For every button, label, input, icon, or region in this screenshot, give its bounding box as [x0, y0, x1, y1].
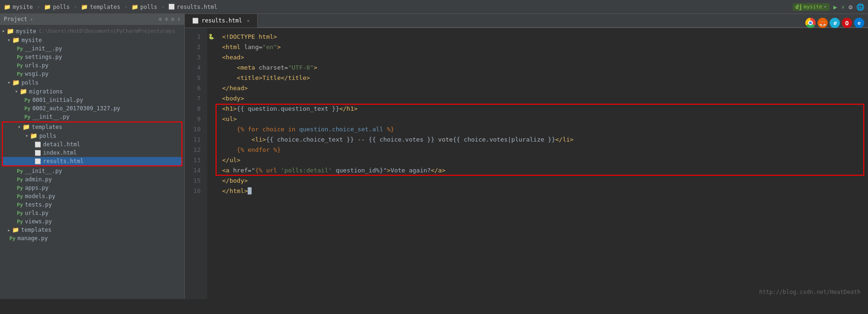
tree-item-index-html[interactable]: ⬜ index.html — [3, 149, 181, 157]
tree-item-apps[interactable]: Py apps.py — [0, 184, 184, 192]
breadcrumb-templates[interactable]: 📁 templates — [81, 4, 120, 10]
py-file-icon: Py — [17, 168, 23, 174]
attribution-text: http://blog.csdn.net/HeatDeath — [759, 289, 861, 295]
editor-code-area[interactable]: 1 2 3 4 5 6 7 8 9 10 11 12 13 14 15 16 — [185, 28, 868, 299]
tree-item-urls-polls[interactable]: Py urls.py — [0, 209, 184, 217]
code-line-12: {% endfor %} — [222, 145, 868, 155]
tree-item-results-html[interactable]: ⬜ results.html — [3, 157, 181, 165]
chrome-icon[interactable] — [805, 18, 816, 28]
tree-item-polls-sub[interactable]: 📁 polls — [3, 131, 181, 140]
editor-tab-results-html[interactable]: ⬜ results.html × — [185, 14, 258, 28]
arrow-icon — [18, 124, 21, 129]
code-line-13: </ul> — [222, 155, 868, 165]
tree-item-urls-mysite[interactable]: Py urls.py — [0, 61, 184, 70]
arrow-icon — [2, 29, 5, 34]
tree-label: mysite — [22, 37, 42, 43]
code-line-15: </body> — [222, 176, 868, 186]
ie-icon[interactable]: e — [830, 18, 840, 28]
tree-item-0002[interactable]: Py 0002_auto_20170309_1327.py — [0, 104, 184, 113]
project-panel: Project ▾ ⊕ ≑ ⚙ ↕ 📁 mysite C:\Users\rHot… — [0, 14, 185, 299]
breadcrumb-results-html[interactable]: ⬜ results.html — [168, 4, 217, 10]
tree-item-migrations[interactable]: 📁 migrations — [0, 87, 184, 96]
debug-button[interactable]: ⚡ — [841, 3, 845, 11]
code-line-8: <h1>{{ question.question_text }}</h1> — [222, 104, 868, 114]
tree-item-0001[interactable]: Py 0001_initial.py — [0, 96, 184, 104]
panel-expand-icon[interactable]: ↕ — [177, 16, 181, 22]
tree-item-tests[interactable]: Py tests.py — [0, 200, 184, 209]
templates-outlined-section: 📁 templates 📁 polls ⬜ detail.html ⬜ inde… — [2, 121, 182, 166]
tree-label: polls — [39, 133, 56, 139]
tree-item-views[interactable]: Py views.py — [0, 217, 184, 226]
breadcrumb-polls[interactable]: 📁 polls — [44, 4, 70, 10]
tree-item-manage[interactable]: Py manage.py — [0, 234, 184, 243]
folder-icon: 📁 — [4, 4, 11, 10]
edge-icon[interactable]: e — [854, 18, 864, 28]
tree-label: settings.py — [25, 54, 62, 60]
breadcrumb-polls2[interactable]: 📁 polls — [131, 4, 157, 10]
tree-label: 0002_auto_20170309_1327.py — [32, 105, 120, 112]
panel-gear-icon[interactable]: ⚙ — [171, 16, 174, 22]
root-path: C:\Users\rHotD\Documents\PyCharmProjects… — [39, 28, 175, 34]
folder-icon: 📁 — [131, 4, 138, 10]
py-file-icon: Py — [17, 210, 23, 216]
arrow-icon — [7, 228, 10, 233]
django-project-badge[interactable]: dj mysite ▾ — [793, 3, 830, 11]
run-button[interactable]: ▶ — [833, 3, 837, 11]
project-tree: 📁 mysite C:\Users\rHotD\Documents\PyChar… — [0, 25, 184, 244]
tree-root[interactable]: 📁 mysite C:\Users\rHotD\Documents\PyChar… — [0, 27, 184, 36]
py-file-icon: Py — [24, 97, 30, 103]
py-file-icon: Py — [17, 63, 23, 69]
code-line-5: <title>Title</title> — [222, 73, 868, 83]
tree-label: __init__.py — [25, 45, 62, 52]
folder-icon: 📁 — [12, 36, 20, 43]
code-content[interactable]: 🐍 <!DOCTYPE html> <html lang="en"> <head… — [207, 28, 868, 299]
tree-label: templates — [21, 227, 51, 233]
tree-label: detail.html — [43, 141, 80, 148]
code-line-11: <li>{{ choice.choice_text }} -- {{ choic… — [222, 135, 868, 145]
tree-item-wsgi[interactable]: Py wsgi.py — [0, 70, 184, 78]
tree-label: urls.py — [25, 210, 49, 216]
tree-item-detail-html[interactable]: ⬜ detail.html — [3, 140, 181, 149]
tree-label: tests.py — [25, 201, 52, 208]
tree-item-settings[interactable]: Py settings.py — [0, 53, 184, 61]
tree-label: urls.py — [25, 62, 49, 69]
tree-item-polls-init[interactable]: Py __init__.py — [0, 167, 184, 175]
editor-panel: ⬜ results.html × 🦊 e O e 1 2 3 4 5 — [185, 14, 868, 299]
tree-label: polls — [22, 79, 38, 86]
tree-label: __init__.py — [25, 168, 62, 174]
arrow-icon — [7, 37, 10, 43]
tab-close-button[interactable]: × — [247, 18, 250, 23]
panel-sync-icon[interactable]: ⊕ — [159, 16, 162, 22]
code-line-1: <!DOCTYPE html> — [222, 32, 868, 42]
code-line-7: <body> — [222, 93, 868, 104]
chevron-down-icon: ▾ — [824, 4, 827, 10]
tree-item-polls[interactable]: 📁 polls — [0, 78, 184, 87]
firefox-icon[interactable]: 🦊 — [817, 18, 828, 28]
py-file-icon: Py — [17, 193, 23, 200]
code-line-9: <ul> — [222, 114, 868, 124]
tree-label: models.py — [25, 193, 55, 200]
chevron-down-icon: ▾ — [30, 17, 33, 22]
tree-item-init-mysite[interactable]: Py __init__.py — [0, 44, 184, 53]
tree-item-migrations-init[interactable]: Py __init__.py — [0, 113, 184, 121]
opera-icon[interactable]: O — [842, 18, 852, 28]
html-file-icon: ⬜ — [35, 142, 41, 148]
tree-label: migrations — [29, 88, 63, 95]
browser-button[interactable]: 🌐 — [856, 3, 864, 11]
html-file-icon: ⬜ — [35, 158, 41, 164]
tree-item-models[interactable]: Py models.py — [0, 192, 184, 200]
dj-icon: dj — [796, 4, 802, 10]
panel-settings-icon[interactable]: ≑ — [165, 16, 168, 22]
breadcrumb-mysite[interactable]: 📁 mysite — [4, 4, 33, 10]
tree-item-templates[interactable]: 📁 templates — [3, 122, 181, 131]
tree-item-templates-root[interactable]: 📁 templates — [0, 226, 184, 234]
tree-label: __init__.py — [32, 114, 69, 120]
tree-root-label: mysite — [16, 28, 36, 35]
tree-item-mysite[interactable]: 📁 mysite — [0, 36, 184, 44]
code-line-2: <html lang="en"> — [222, 42, 868, 52]
tree-item-admin[interactable]: Py admin.py — [0, 175, 184, 184]
code-line-16: </html>▊ — [222, 186, 868, 196]
settings-button[interactable]: ⚙ — [849, 3, 853, 11]
py-file-icon: Py — [17, 219, 23, 225]
line-numbers: 1 2 3 4 5 6 7 8 9 10 11 12 13 14 15 16 — [185, 28, 207, 299]
